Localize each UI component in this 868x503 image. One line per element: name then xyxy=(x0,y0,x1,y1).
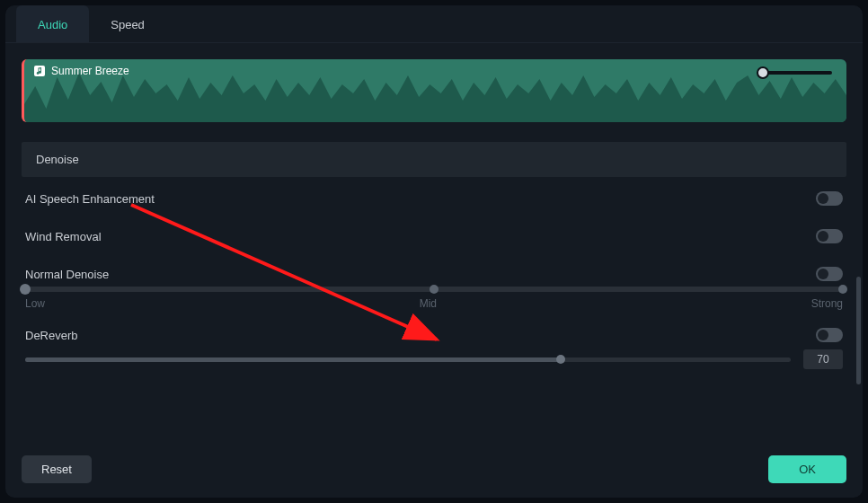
toggle-dereverb[interactable] xyxy=(816,328,843,342)
scrollbar[interactable] xyxy=(856,277,861,384)
row-dereverb: DeReverb xyxy=(22,313,846,349)
music-note-icon xyxy=(33,65,46,77)
clip-name: Summer Breeze xyxy=(51,65,129,77)
footer: Reset OK xyxy=(5,443,863,498)
slider-tick-labels: Low Mid Strong xyxy=(25,292,843,310)
row-normal-denoise: Normal Denoise xyxy=(22,252,846,287)
clip-volume-handle[interactable] xyxy=(760,68,832,77)
audio-settings-panel: Audio Speed Summer Breeze Denoise AI Spe… xyxy=(5,5,863,498)
section-denoise[interactable]: Denoise xyxy=(22,142,846,177)
row-wind-removal: Wind Removal xyxy=(22,215,846,252)
tick-strong: Strong xyxy=(811,297,843,310)
reset-button[interactable]: Reset xyxy=(22,455,92,483)
toggle-normal-denoise[interactable] xyxy=(816,267,843,281)
toggle-ai-speech[interactable] xyxy=(816,191,843,206)
row-ai-speech: AI Speech Enhancement xyxy=(22,177,846,215)
label-ai-speech: AI Speech Enhancement xyxy=(25,192,155,206)
tick-low: Low xyxy=(25,297,45,310)
content-area: Summer Breeze Denoise AI Speech Enhancem… xyxy=(5,43,863,443)
label-normal-denoise: Normal Denoise xyxy=(25,268,109,281)
tab-speed[interactable]: Speed xyxy=(89,5,166,42)
ok-button[interactable]: OK xyxy=(768,455,846,483)
svg-rect-0 xyxy=(34,66,45,76)
label-dereverb: DeReverb xyxy=(25,329,78,342)
clip-label: Summer Breeze xyxy=(33,65,129,77)
dereverb-value[interactable]: 70 xyxy=(803,349,843,369)
waveform xyxy=(24,59,846,122)
tab-bar: Audio Speed xyxy=(5,5,863,43)
tick-mid: Mid xyxy=(420,297,437,310)
toggle-wind-removal[interactable] xyxy=(816,229,843,243)
normal-denoise-slider[interactable] xyxy=(25,287,843,292)
dereverb-slider-row: 70 xyxy=(22,349,846,376)
tab-audio[interactable]: Audio xyxy=(16,5,89,42)
audio-clip[interactable]: Summer Breeze xyxy=(22,59,846,122)
normal-denoise-slider-wrap: Low Mid Strong xyxy=(22,287,846,313)
dereverb-slider[interactable] xyxy=(25,357,791,362)
label-wind-removal: Wind Removal xyxy=(25,230,102,243)
